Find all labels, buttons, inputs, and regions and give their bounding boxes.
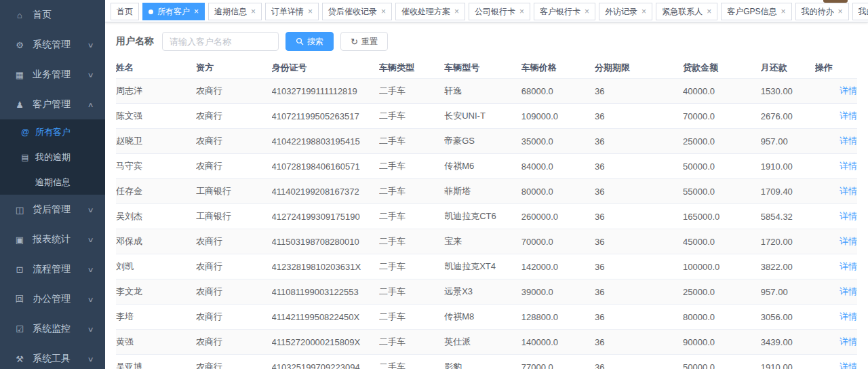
table-body: 周志洋 农商行 410327199111112819 二手车 轩逸 68000.… [116,79,857,369]
sidebar-item[interactable]: ♟ 客户管理 ∧ [0,90,105,119]
sidebar-item[interactable]: ▤ 我的逾期 [0,144,105,170]
sidebar-item-label: 报表统计 [33,233,71,246]
tab[interactable]: 催收处理方案 × [395,3,465,20]
cell-name: 陈文强 [116,104,196,129]
close-icon[interactable]: × [251,7,256,16]
detail-link[interactable]: 详情 [840,186,857,196]
tab[interactable]: 逾期信息 × [208,3,262,20]
tab[interactable]: 首页 × [111,3,139,20]
column-header: 姓名 [116,58,196,79]
detail-link[interactable]: 详情 [840,161,857,171]
sidebar-item[interactable]: 回 办公管理 ∨ [0,284,105,314]
close-icon[interactable]: × [707,7,711,16]
grid-icon: ▦ [14,70,26,80]
cell-vehicle-type: 二手车 [379,305,444,330]
detail-link[interactable]: 详情 [840,85,857,96]
detail-link[interactable]: 详情 [840,211,857,221]
cell-vehicle-price: 84000.0 [521,154,595,179]
sidebar-item[interactable]: ▣ 报表统计 ∨ [0,225,105,254]
customer-name-input[interactable] [162,32,279,51]
cell-name: 周志洋 [116,79,196,104]
search-form: 用户名称 搜索 ↻ 重置 [116,32,857,51]
cell-monthly-payment: 1910.00 [761,154,815,179]
sidebar-item[interactable]: ◫ 贷后管理 ∨ [0,195,105,225]
close-icon[interactable]: × [781,7,785,16]
detail-link[interactable]: 详情 [840,336,857,347]
cell-id-number: 412724199309175190 [272,204,379,229]
cell-vehicle-type: 二手车 [379,355,444,369]
close-icon[interactable]: × [519,7,524,16]
detail-link[interactable]: 详情 [840,286,857,296]
column-header: 车辆价格 [521,58,595,79]
cell-loan-amount: 40000.0 [683,79,761,104]
detail-link[interactable]: 详情 [840,236,857,246]
close-icon[interactable]: × [381,7,386,16]
cell-funder: 工商银行 [196,204,271,229]
sidebar-item[interactable]: @ 所有客户 [0,119,105,144]
detail-link[interactable]: 详情 [840,261,857,271]
cell-name: 任存金 [116,179,196,204]
detail-link[interactable]: 详情 [840,311,857,322]
close-icon[interactable]: × [308,7,313,16]
reset-button[interactable]: ↻ 重置 [340,32,388,51]
cell-vehicle-model: 传祺M6 [444,154,521,179]
sidebar-item[interactable]: ⚙ 系统管理 ∨ [0,30,105,60]
search-button[interactable]: 搜索 [285,32,334,51]
tab[interactable]: 公司银行卡 × [469,3,530,20]
tab[interactable]: 我的待办 × [795,3,849,20]
refresh-icon: ↻ [351,37,358,46]
cell-loan-amount: 80000.0 [683,305,761,330]
column-header: 车辆类型 [379,58,444,79]
sidebar-item[interactable]: ⚒ 系统工具 ∨ [0,344,105,369]
close-icon[interactable]: × [585,7,589,16]
cell-vehicle-model: 传祺M8 [444,305,521,330]
tab[interactable]: 贷后催收记录 × [322,3,392,20]
reset-button-label: 重置 [361,36,378,47]
cell-term: 36 [595,179,683,204]
tab[interactable]: 客户GPS信息 × [721,3,791,20]
home-icon: ⌂ [14,10,26,20]
close-icon[interactable]: × [454,7,459,16]
detail-link[interactable]: 详情 [840,136,857,146]
tab-label: 我的流程 [859,6,868,18]
tab[interactable]: 外访记录 × [599,3,652,20]
cell-monthly-payment: 2676.00 [761,104,815,129]
close-icon[interactable]: × [642,7,646,16]
detail-link[interactable]: 详情 [840,362,857,369]
table-row: 任存金 工商银行 411402199208167372 二手车 菲斯塔 8000… [116,179,857,204]
tab[interactable]: 我的流程 × [852,3,868,20]
cell-vehicle-model: 帝豪GS [444,129,521,154]
notebook-icon: ▤ [20,153,30,162]
sidebar-item-label: 办公管理 [33,293,71,305]
sidebar-item[interactable]: 逾期信息 [0,170,105,195]
tab[interactable]: 紧急联系人 × [656,3,717,20]
sidebar-item[interactable]: ☑ 系统监控 ∨ [0,314,105,344]
cell-id-number: 410422198803195415 [272,129,379,154]
close-icon[interactable]: × [838,7,843,16]
tab[interactable]: 订单详情 × [265,3,319,20]
detail-link[interactable]: 详情 [840,111,857,121]
chevron-down-icon: ∨ [87,326,94,333]
cell-vehicle-model: 凯迪拉克CT6 [444,204,521,229]
chart-icon: ▣ [14,235,26,245]
sidebar-item-label: 系统监控 [33,323,71,335]
cell-loan-amount: 25000.0 [683,279,761,305]
tab[interactable]: 所有客户 × [142,3,205,20]
active-dot [149,9,153,14]
chevron-up-icon: ∧ [87,101,94,109]
cell-term: 36 [595,254,683,279]
tab[interactable]: 客户银行卡 × [534,3,595,20]
sidebar-item[interactable]: ▦ 业务管理 ∨ [0,60,105,90]
cell-funder: 工商银行 [196,179,271,204]
sidebar-item[interactable]: ⊡ 流程管理 ∨ [0,254,105,284]
cell-funder: 农商行 [196,229,271,254]
at-icon: @ [20,128,30,137]
table-row: 陈文强 农商行 410721199505263517 二手车 长安UNI-T 1… [116,104,857,129]
close-icon[interactable]: × [194,7,199,16]
cell-vehicle-price: 70000.0 [521,229,595,254]
sidebar-item[interactable]: ⌂ 首页 [0,0,105,30]
cell-id-number: 411081199003122553 [272,279,379,305]
table-row: 刘凯 农商行 41232819810203631X 二手车 凯迪拉克XT4 14… [116,254,857,279]
cell-vehicle-model: 凯迪拉克XT4 [444,254,521,279]
sidebar-item-label: 流程管理 [33,263,71,275]
